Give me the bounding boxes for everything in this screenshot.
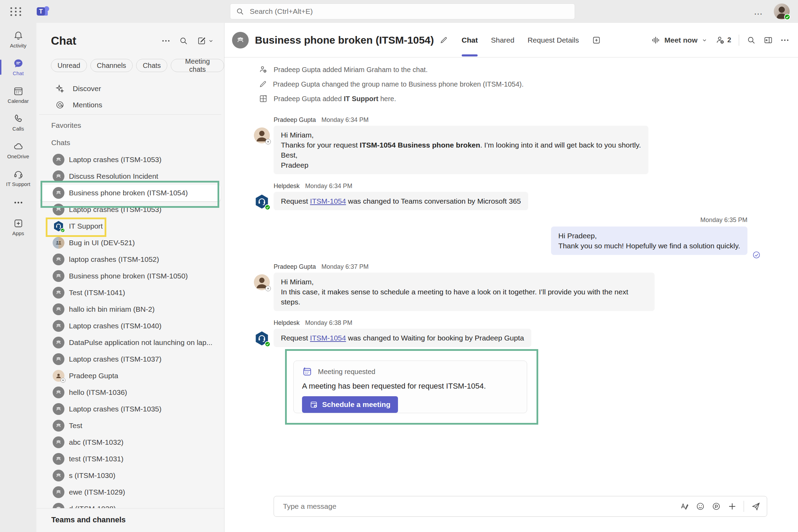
message-bubble[interactable]: Request ITSM-1054 was changed to Waiting…	[274, 329, 531, 347]
send-icon[interactable]	[751, 502, 761, 511]
chat-list-item[interactable]: Business phone broken (ITSM-1050)	[36, 268, 224, 284]
group-avatar	[53, 320, 64, 332]
loop-icon[interactable]	[712, 502, 721, 511]
message-time: Monday 6:34 PM	[321, 116, 369, 124]
meet-now-label: Meet now	[664, 36, 698, 44]
rename-chat-pencil-icon[interactable]	[440, 36, 448, 44]
apps-plus-icon	[13, 218, 24, 229]
rail-more-icon[interactable]	[0, 192, 36, 213]
global-search[interactable]	[230, 3, 575, 19]
tab-chat[interactable]: Chat	[462, 23, 478, 57]
calendar-sync-icon	[302, 366, 312, 377]
chat-list-item[interactable]: hello (ITSM-1036)	[36, 384, 224, 401]
filter-unread[interactable]: Unread	[51, 59, 87, 72]
new-chat-icon[interactable]	[197, 36, 206, 45]
section-chats[interactable]: Chats	[36, 134, 224, 151]
rail-item-calendar[interactable]: Calendar	[0, 81, 36, 109]
open-side-pane-icon[interactable]	[763, 36, 773, 45]
sidebar-item-mentions[interactable]: Mentions	[36, 97, 224, 113]
chat-list-item-pradeep-gupta[interactable]: Pradeep Gupta	[36, 367, 224, 384]
message-time: Monday 6:37 PM	[321, 263, 369, 271]
meet-now-button[interactable]: Meet now	[651, 36, 707, 45]
message-incoming: HelpdeskMonday 6:34 PM Request ITSM-1054…	[254, 183, 747, 210]
chat-list-item[interactable]: s (ITSM-1030)	[36, 467, 224, 484]
message-bubble[interactable]: Request ITSM-1054 was changed to Teams c…	[274, 192, 528, 210]
filter-meeting-chats[interactable]: Meeting chats	[171, 59, 224, 72]
attach-plus-icon[interactable]	[728, 502, 737, 511]
rail-item-onedrive[interactable]: OneDrive	[0, 136, 36, 164]
group-avatar	[53, 486, 64, 498]
system-message: Pradeep Gupta changed the group name to …	[259, 79, 747, 89]
chat-list-item[interactable]: Laptop crashes (ITSM-1053)	[36, 151, 224, 168]
compose-bar[interactable]	[274, 496, 767, 517]
presence-available-icon	[265, 341, 271, 347]
chat-list-item[interactable]: Laptop crashes (ITSM-1040)	[36, 318, 224, 334]
request-link[interactable]: ITSM-1054	[310, 197, 346, 205]
search-icon	[236, 7, 244, 16]
chat-list-item[interactable]: laptop crashes (ITSM-1052)	[36, 251, 224, 268]
chat-item-label: Laptop crashes (ITSM-1035)	[69, 405, 161, 413]
app-launcher-waffle-icon[interactable]	[10, 7, 22, 16]
at-mention-icon	[55, 100, 64, 109]
message-list[interactable]: Pradeep Gupta added Miriam Graham to the…	[224, 57, 798, 496]
chat-list-item[interactable]: DataPulse application not launching on l…	[36, 334, 224, 351]
schedule-meeting-button[interactable]: Schedule a meeting	[302, 396, 398, 413]
filter-channels[interactable]: Channels	[90, 59, 133, 72]
message-bubble[interactable]: Hi Pradeep, Thank you so much! Hopefully…	[551, 227, 747, 255]
chat-list-panel: Chat Unread Channels Chats Meeting chats…	[36, 23, 224, 532]
message-bubble[interactable]: Hi Miriam, In this case, it makes sense …	[274, 273, 655, 311]
tab-request-details[interactable]: Request Details	[527, 23, 579, 57]
rail-item-chat[interactable]: Chat	[0, 53, 36, 81]
format-icon[interactable]	[680, 502, 689, 511]
sidebar-item-discover[interactable]: Discover	[36, 80, 224, 97]
chat-list-item[interactable]: Laptop crashes (ITSM-1037)	[36, 351, 224, 367]
chat-list-item-selected[interactable]: Business phone broken (ITSM-1054)	[40, 185, 221, 201]
user-avatar[interactable]	[774, 3, 790, 19]
meeting-card-body: A meeting has been requested for request…	[302, 382, 518, 391]
presence-blocked-icon	[265, 286, 271, 291]
chat-list-item[interactable]: Bug in UI (DEV-521)	[36, 234, 224, 251]
more-options-icon[interactable]	[781, 39, 789, 42]
message-bubble[interactable]: Hi Miriam, Thanks for your request ITSM-…	[274, 126, 648, 174]
chat-list-item-it-support[interactable]: IT Support	[36, 218, 224, 234]
chat-list-item[interactable]: Test (ITSM-1041)	[36, 284, 224, 301]
rail-item-calls[interactable]: Calls	[0, 109, 36, 136]
presence-available-icon	[265, 204, 271, 210]
chat-list-item[interactable]: hallo ich bin miriam (BN-2)	[36, 301, 224, 318]
chat-list-item[interactable]: abc (ITSM-1032)	[36, 434, 224, 451]
chat-filter-more-icon[interactable]	[162, 39, 170, 42]
chat-list-item[interactable]: d (ITSM-1028)	[36, 500, 224, 508]
chat-list-item[interactable]: Test	[36, 417, 224, 434]
rail-item-apps[interactable]: Apps	[0, 213, 36, 241]
chat-list-item[interactable]: Laptop crashes (ITSM-1053)	[36, 201, 224, 218]
seen-check-icon	[752, 251, 761, 259]
rail-item-activity[interactable]: Activity	[0, 26, 36, 53]
chat-list-item[interactable]: ewe (ITSM-1029)	[36, 484, 224, 500]
chat-item-label: DataPulse application not launching on l…	[69, 338, 212, 347]
message-input[interactable]	[283, 502, 680, 511]
add-tab-icon[interactable]	[592, 36, 601, 45]
emoji-icon[interactable]	[696, 502, 705, 511]
request-link[interactable]: ITSM-1054	[310, 334, 346, 342]
new-chat-chevron-icon[interactable]	[208, 38, 214, 44]
teams-and-channels-link[interactable]: Teams and channels	[36, 508, 224, 530]
chat-item-label: Laptop crashes (ITSM-1040)	[69, 322, 161, 330]
chat-list-item[interactable]: Discuss Resolution Incident	[36, 168, 224, 185]
message-author: Pradeep Gupta	[274, 116, 316, 124]
settings-and-more-icon[interactable]: …	[754, 6, 763, 17]
chevron-down-icon	[702, 37, 707, 43]
section-favorites[interactable]: Favorites	[36, 117, 224, 134]
tab-shared[interactable]: Shared	[491, 23, 514, 57]
filter-chats[interactable]: Chats	[136, 59, 167, 72]
add-people-button[interactable]: 2	[715, 35, 731, 45]
chat-header: Business phone broken (ITSM-1054) Chat S…	[224, 23, 798, 57]
panel-title: Chat	[51, 34, 76, 47]
search-in-chat-icon[interactable]	[747, 36, 756, 45]
chat-list-item[interactable]: test (ITSM-1031)	[36, 451, 224, 467]
chat-list-item[interactable]: Laptop crashes (ITSM-1035)	[36, 401, 224, 417]
rail-item-it-support[interactable]: IT Support	[0, 164, 36, 192]
teams-logo: T	[37, 6, 49, 17]
search-input[interactable]	[250, 7, 569, 16]
chat-search-icon[interactable]	[179, 36, 188, 45]
chat-item-label: Laptop crashes (ITSM-1053)	[69, 156, 161, 164]
